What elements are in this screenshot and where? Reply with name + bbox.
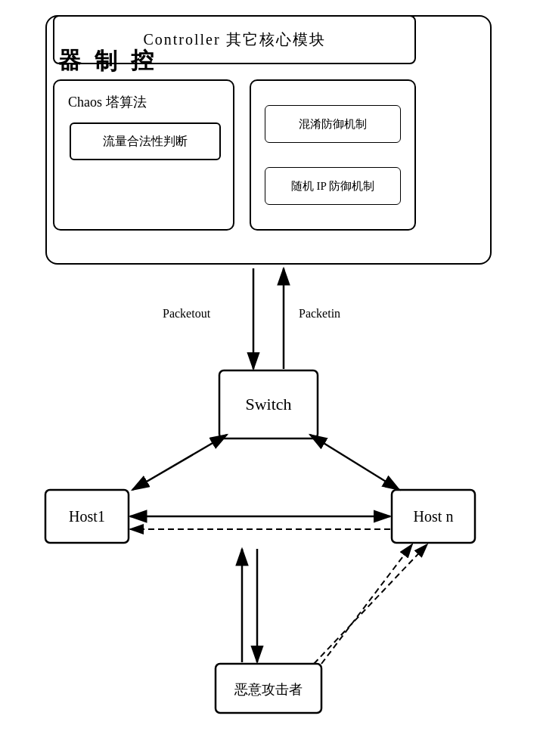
defense1-box: 混淆防御机制	[265, 105, 401, 143]
attacker-label: 恶意攻击者	[234, 682, 303, 697]
packetin-label: Packetin	[299, 307, 340, 320]
defense2-box: 随机 IP 防御机制	[265, 167, 401, 205]
host1-label: Host1	[69, 508, 105, 525]
svg-line-20	[314, 544, 427, 664]
svg-rect-10	[216, 664, 321, 713]
defense2-label: 随机 IP 防御机制	[291, 179, 374, 194]
defense-boxes: 混淆防御机制 随机 IP 防御机制	[250, 79, 416, 231]
chaos-box: Chaos 塔算法 流量合法性判断	[53, 79, 234, 231]
controller-top-box: Controller 其它核心模块	[53, 15, 416, 64]
svg-rect-7	[219, 370, 318, 438]
svg-line-13	[132, 435, 227, 490]
chaos-label: Chaos 塔算法	[68, 93, 147, 111]
hostn-label: Host n	[414, 508, 454, 525]
svg-rect-8	[45, 490, 129, 543]
packetout-label: Packetout	[163, 307, 211, 320]
svg-line-19	[321, 544, 412, 664]
traffic-label: 流量合法性判断	[103, 134, 188, 150]
defense1-label: 混淆防御机制	[299, 117, 367, 132]
controller-top-label: Controller 其它核心模块	[143, 29, 325, 50]
diagram-container: 控 制 器 Controller 其它核心模块 Chaos 塔算法 流量合法性判…	[0, 0, 540, 756]
svg-rect-9	[392, 490, 475, 543]
switch-label: Switch	[245, 395, 291, 414]
traffic-box: 流量合法性判断	[70, 122, 221, 160]
svg-line-14	[310, 435, 399, 490]
